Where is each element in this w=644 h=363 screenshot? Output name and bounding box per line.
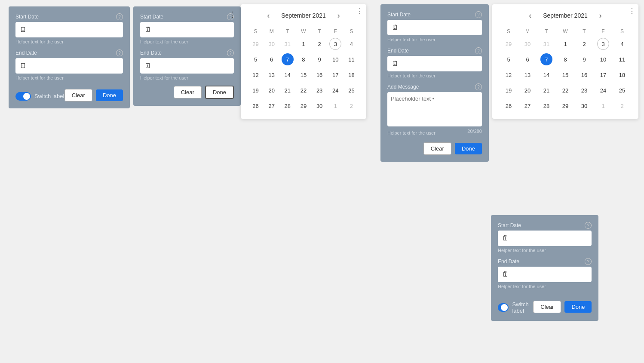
start-date-info-icon-6[interactable]: ? (585, 222, 592, 229)
day-cell-29-0-0[interactable]: 29 (248, 36, 264, 52)
add-message-info-icon-4[interactable]: ? (475, 83, 482, 90)
day-cell-11-1-6[interactable]: 11 (343, 52, 359, 67)
day-cell-31-0-2[interactable]: 31 (537, 36, 556, 52)
day-cell-20-3-1[interactable]: 20 (264, 83, 279, 98)
day-cell-17-2-5[interactable]: 17 (594, 67, 613, 83)
day-cell-8-1-3[interactable]: 8 (295, 52, 311, 67)
day-cell-25-3-6[interactable]: 25 (343, 83, 359, 98)
day-cell-2-4-6[interactable]: 2 (343, 98, 359, 114)
clear-button-1[interactable]: Clear (64, 89, 92, 102)
three-dot-menu-3[interactable]: ⋮ (356, 7, 364, 15)
done-button-2[interactable]: Done (205, 86, 234, 99)
day-cell-3-0-5[interactable]: 3 (328, 36, 343, 52)
day-cell-25-3-6[interactable]: 25 (613, 83, 632, 98)
day-cell-23-3-4[interactable]: 23 (575, 83, 594, 98)
day-cell-12-2-0[interactable]: 12 (499, 67, 518, 83)
done-button-1[interactable]: Done (96, 89, 123, 101)
three-dot-menu-2[interactable]: ⋮ (229, 11, 236, 18)
day-cell-28-4-2[interactable]: 28 (537, 98, 556, 114)
day-cell-2-0-4[interactable]: 2 (312, 36, 328, 52)
day-cell-13-2-1[interactable]: 13 (518, 67, 537, 83)
day-cell-9-1-4[interactable]: 9 (575, 52, 594, 67)
cal-prev-3[interactable]: ‹ (262, 9, 274, 22)
day-cell-5-1-0[interactable]: 5 (499, 52, 518, 67)
message-textarea-4[interactable] (387, 92, 482, 126)
day-cell-23-3-4[interactable]: 23 (312, 83, 328, 98)
day-cell-26-4-0[interactable]: 26 (248, 98, 264, 114)
start-date-input-1[interactable]: 🗓 (15, 22, 123, 37)
day-cell-15-2-3[interactable]: 15 (295, 67, 311, 83)
day-cell-15-2-3[interactable]: 15 (556, 67, 575, 83)
day-cell-2-4-6[interactable]: 2 (613, 98, 632, 114)
day-cell-30-0-1[interactable]: 30 (264, 36, 279, 52)
day-cell-14-2-2[interactable]: 14 (537, 67, 556, 83)
clear-button-2[interactable]: Clear (174, 86, 202, 98)
day-cell-6-1-1[interactable]: 6 (264, 52, 279, 67)
day-cell-16-2-4[interactable]: 16 (312, 67, 328, 83)
day-cell-12-2-0[interactable]: 12 (248, 67, 264, 83)
day-cell-19-3-0[interactable]: 19 (248, 83, 264, 98)
day-cell-31-0-2[interactable]: 31 (279, 36, 295, 52)
day-cell-30-4-4[interactable]: 30 (575, 98, 594, 114)
day-cell-5-1-0[interactable]: 5 (248, 52, 264, 67)
cal-next-5[interactable]: › (595, 9, 607, 22)
day-cell-21-3-2[interactable]: 21 (279, 83, 295, 98)
day-cell-28-4-2[interactable]: 28 (279, 98, 295, 114)
end-date-input-4[interactable]: 🗓 (387, 56, 482, 71)
day-cell-21-3-2[interactable]: 21 (537, 83, 556, 98)
day-cell-30-0-1[interactable]: 30 (518, 36, 537, 52)
done-button-4[interactable]: Done (455, 143, 482, 154)
day-cell-2-0-4[interactable]: 2 (575, 36, 594, 52)
day-cell-17-2-5[interactable]: 17 (328, 67, 343, 83)
end-date-info-icon-1[interactable]: ? (116, 49, 123, 56)
end-date-info-icon-4[interactable]: ? (475, 47, 482, 54)
day-cell-10-1-5[interactable]: 10 (594, 52, 613, 67)
three-dot-menu-5[interactable]: ⋮ (628, 7, 636, 15)
clear-button-4[interactable]: Clear (423, 142, 451, 155)
start-date-info-icon-1[interactable]: ? (116, 13, 123, 20)
day-cell-10-1-5[interactable]: 10 (328, 52, 343, 67)
day-cell-3-0-5[interactable]: 3 (594, 36, 613, 52)
day-cell-1-0-3[interactable]: 1 (556, 36, 575, 52)
day-cell-11-1-6[interactable]: 11 (613, 52, 632, 67)
day-cell-26-4-0[interactable]: 26 (499, 98, 518, 114)
done-button-6[interactable]: Done (564, 301, 592, 313)
day-cell-16-2-4[interactable]: 16 (575, 67, 594, 83)
day-cell-7-1-2[interactable]: 7 (279, 52, 295, 67)
day-cell-19-3-0[interactable]: 19 (499, 83, 518, 98)
day-cell-1-0-3[interactable]: 1 (295, 36, 311, 52)
day-cell-29-4-3[interactable]: 29 (295, 98, 311, 114)
day-cell-18-2-6[interactable]: 18 (613, 67, 632, 83)
day-cell-14-2-2[interactable]: 14 (279, 67, 295, 83)
day-cell-20-3-1[interactable]: 20 (518, 83, 537, 98)
clear-button-6[interactable]: Clear (533, 301, 561, 313)
day-cell-7-1-2[interactable]: 7 (537, 52, 556, 67)
cal-next-3[interactable]: › (333, 9, 345, 22)
day-cell-9-1-4[interactable]: 9 (312, 52, 328, 67)
start-date-input-6[interactable]: 🗓 (498, 231, 592, 246)
start-date-input-2[interactable]: 🗓 (140, 22, 234, 37)
day-cell-1-4-5[interactable]: 1 (328, 98, 343, 114)
day-cell-29-4-3[interactable]: 29 (556, 98, 575, 114)
start-date-input-4[interactable]: 🗓 (387, 20, 482, 35)
start-date-info-icon-4[interactable]: ? (475, 11, 482, 18)
day-cell-22-3-3[interactable]: 22 (556, 83, 575, 98)
end-date-input-1[interactable]: 🗓 (15, 58, 123, 74)
day-cell-22-3-3[interactable]: 22 (295, 83, 311, 98)
day-cell-24-3-5[interactable]: 24 (328, 83, 343, 98)
end-date-info-icon-2[interactable]: ? (227, 49, 234, 56)
day-cell-30-4-4[interactable]: 30 (312, 98, 328, 114)
day-cell-27-4-1[interactable]: 27 (518, 98, 537, 114)
end-date-info-icon-6[interactable]: ? (585, 258, 592, 265)
cal-prev-5[interactable]: ‹ (524, 9, 536, 22)
day-cell-4-0-6[interactable]: 4 (613, 36, 632, 52)
day-cell-29-0-0[interactable]: 29 (499, 36, 518, 52)
switch-toggle-1[interactable] (15, 92, 31, 101)
day-cell-27-4-1[interactable]: 27 (264, 98, 279, 114)
end-date-input-6[interactable]: 🗓 (498, 267, 592, 282)
day-cell-8-1-3[interactable]: 8 (556, 52, 575, 67)
switch-toggle-6[interactable] (498, 303, 509, 312)
day-cell-13-2-1[interactable]: 13 (264, 67, 279, 83)
day-cell-1-4-5[interactable]: 1 (594, 98, 613, 114)
day-cell-24-3-5[interactable]: 24 (594, 83, 613, 98)
